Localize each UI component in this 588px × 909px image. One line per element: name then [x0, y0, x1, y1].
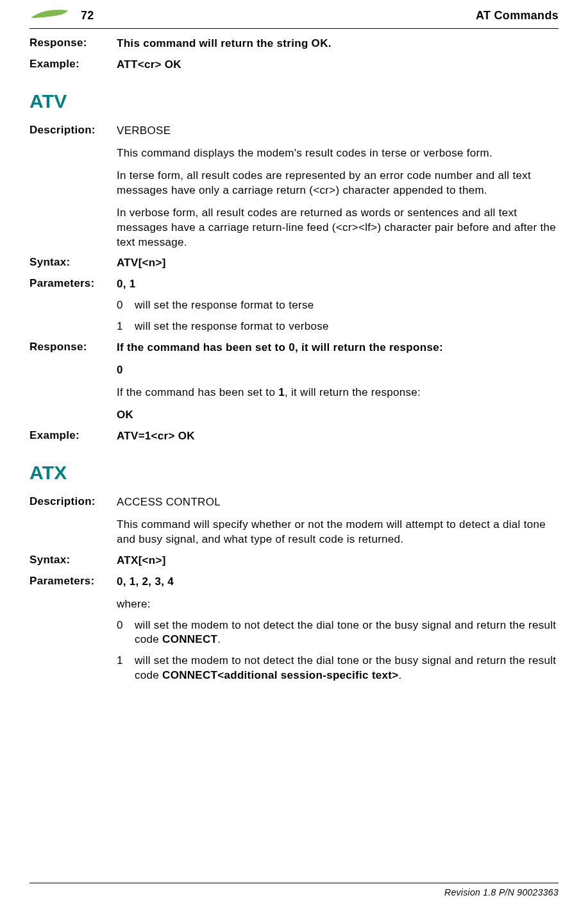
top-example-row: Example: ATT<cr> OK [29, 58, 559, 72]
atx-p0b: CONNECT [162, 633, 217, 645]
atx-param-0: 0 will set the modem to not detect the d… [117, 618, 559, 648]
param-text: will set the response format to verbose [135, 319, 559, 334]
param-num: 1 [117, 654, 135, 683]
parameters-value: 0, 1, 2, 3, 4 where: 0 will set the mode… [117, 575, 559, 684]
atx-heading: ATX [29, 462, 559, 484]
atx-description-row: Description: ACCESS CONTROL This command… [29, 495, 559, 547]
atv-rl2c: , it will return the response: [285, 386, 421, 398]
example-value: ATT<cr> OK [117, 58, 559, 72]
page: 72 AT Commands Response: This command wi… [0, 0, 588, 683]
atx-params-head: 0, 1, 2, 3, 4 [117, 575, 174, 588]
param-text: will set the response format to terse [135, 298, 559, 313]
atv-response-line2: If the command has been set to 1, it wil… [117, 386, 559, 400]
atv-desc-p2: In terse form, all result codes are repr… [117, 169, 559, 198]
syntax-value: ATV[<n>] [117, 256, 559, 271]
atv-syntax-row: Syntax: ATV[<n>] [29, 256, 559, 271]
param-num: 1 [117, 319, 135, 334]
description-term: VERBOSE [117, 124, 559, 139]
description-value: ACCESS CONTROL This command will specify… [117, 495, 559, 547]
atv-param-1: 1 will set the response format to verbos… [117, 319, 559, 334]
atv-response-ok: OK [117, 409, 133, 421]
atv-params-head: 0, 1 [117, 278, 136, 290]
atv-rl2a: If the command has been set to [117, 386, 278, 398]
header-title: AT Commands [476, 9, 559, 22]
atv-response-line1: If the command has been set to 0, it wil… [117, 341, 443, 353]
atx-p0c: . [217, 633, 221, 645]
atv-desc-p1: This command displays the modem's result… [117, 146, 559, 161]
param-text: will set the modem to not detect the dia… [135, 654, 559, 683]
example-label: Example: [29, 429, 117, 444]
atv-response-zero: 0 [117, 364, 123, 376]
example-label: Example: [29, 58, 117, 72]
atx-p1b: CONNECT<additional session-specific text… [162, 669, 398, 681]
atx-p1c: . [399, 669, 402, 681]
description-label: Description: [29, 124, 117, 250]
response-value: If the command has been set to 0, it wil… [117, 341, 559, 423]
atv-rl2b: 1 [278, 386, 285, 398]
description-term: ACCESS CONTROL [117, 495, 559, 510]
atx-where: where: [117, 597, 559, 612]
atv-description-row: Description: VERBOSE This command displa… [29, 124, 559, 250]
top-response-row: Response: This command will return the s… [29, 37, 559, 51]
atx-parameters-row: Parameters: 0, 1, 2, 3, 4 where: 0 will … [29, 575, 559, 684]
parameters-label: Parameters: [29, 575, 117, 684]
atx-desc-p1: This command will specify whether or not… [117, 518, 559, 547]
atv-example-row: Example: ATV=1<cr> OK [29, 429, 559, 444]
response-value: This command will return the string OK. [117, 37, 559, 51]
header-left: 72 [29, 6, 94, 24]
response-label: Response: [29, 341, 117, 423]
atx-param-1: 1 will set the modem to not detect the d… [117, 654, 559, 683]
swoosh-icon [29, 6, 71, 24]
page-header: 72 AT Commands [29, 6, 559, 29]
atv-desc-p3: In verbose form, all result codes are re… [117, 206, 559, 250]
parameters-value: 0, 1 0 will set the response format to t… [117, 277, 559, 334]
parameters-label: Parameters: [29, 277, 117, 334]
content: Response: This command will return the s… [29, 37, 559, 683]
page-number: 72 [81, 9, 94, 22]
atx-syntax-row: Syntax: ATX[<n>] [29, 554, 559, 568]
syntax-label: Syntax: [29, 256, 117, 271]
example-value: ATV=1<cr> OK [117, 429, 559, 444]
response-label: Response: [29, 37, 117, 51]
atv-parameters-row: Parameters: 0, 1 0 will set the response… [29, 277, 559, 334]
description-value: VERBOSE This command displays the modem'… [117, 124, 559, 250]
description-label: Description: [29, 495, 117, 547]
atv-response-row: Response: If the command has been set to… [29, 341, 559, 423]
param-num: 0 [117, 618, 135, 648]
param-num: 0 [117, 298, 135, 313]
syntax-value: ATX[<n>] [117, 554, 559, 568]
syntax-label: Syntax: [29, 554, 117, 568]
footer: Revision 1.8 P/N 90023363 [29, 883, 559, 897]
atv-param-0: 0 will set the response format to terse [117, 298, 559, 313]
atv-heading: ATV [29, 90, 559, 112]
footer-text: Revision 1.8 P/N 90023363 [444, 887, 559, 897]
param-text: will set the modem to not detect the dia… [135, 618, 559, 648]
